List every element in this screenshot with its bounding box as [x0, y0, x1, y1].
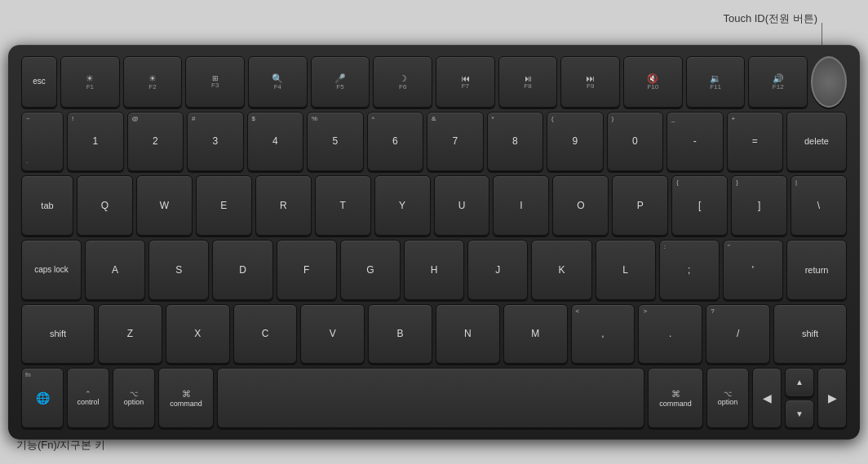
key-j[interactable]: J	[467, 240, 528, 300]
key-7[interactable]: &7	[427, 112, 484, 172]
key-w[interactable]: W	[136, 175, 193, 236]
key-command-right[interactable]: ⌘ command	[648, 368, 703, 428]
key-f[interactable]: F	[277, 240, 337, 300]
key-lbracket[interactable]: {[	[671, 175, 728, 236]
key-6[interactable]: ^6	[367, 112, 424, 172]
key-f10[interactable]: 🔇 F10	[623, 56, 683, 108]
qwerty-row: tab Q W E R T Y U I O P {[ }] |\	[21, 175, 847, 236]
key-1[interactable]: !1	[67, 112, 124, 172]
key-g[interactable]: G	[340, 240, 401, 300]
key-y[interactable]: Y	[374, 175, 431, 236]
key-4[interactable]: $4	[247, 112, 304, 172]
key-period[interactable]: >.	[638, 304, 702, 365]
key-backslash[interactable]: |\	[790, 175, 847, 236]
key-tab[interactable]: tab	[21, 175, 73, 236]
key-f6[interactable]: ☽ F6	[373, 56, 432, 108]
fn-callout-label: 기능(Fn)/지구본 키	[16, 438, 105, 453]
key-command-left[interactable]: ⌘ command	[158, 368, 214, 428]
key-t[interactable]: T	[315, 175, 371, 236]
function-row: esc ☀ F1 ☀ F2 ⊞ F3 🔍 F4 🎤 F5 ☽	[21, 56, 847, 108]
key-9[interactable]: (9	[547, 112, 604, 172]
key-capslock[interactable]: caps lock	[21, 240, 82, 300]
key-z[interactable]: Z	[98, 304, 162, 365]
key-f11[interactable]: 🔉 F11	[686, 56, 746, 108]
home-row: caps lock A S D F G H J K L :; "' return	[21, 240, 847, 300]
key-space[interactable]	[217, 368, 644, 428]
key-f9[interactable]: ⏭ F9	[560, 56, 620, 108]
key-l[interactable]: L	[596, 240, 656, 300]
key-d[interactable]: D	[212, 240, 272, 300]
key-p[interactable]: P	[612, 175, 668, 236]
key-f3[interactable]: ⊞ F3	[185, 56, 245, 108]
key-fn-globe[interactable]: 🌐 fn	[21, 368, 64, 428]
keyboard-rows: esc ☀ F1 ☀ F2 ⊞ F3 🔍 F4 🎤 F5 ☽	[21, 56, 847, 428]
key-b[interactable]: B	[368, 304, 432, 365]
key-delete[interactable]: delete	[786, 112, 847, 172]
touch-id-callout-label: Touch ID(전원 버튼)	[723, 11, 817, 26]
number-row: ~ ` !1 @2 #3 $4 %5 ^6 &7 *8 (9 )0 _- += …	[21, 112, 847, 172]
key-option-left[interactable]: ⌥ option	[113, 368, 155, 428]
key-m[interactable]: M	[503, 304, 568, 365]
key-quote[interactable]: "'	[723, 240, 783, 300]
key-arrow-down[interactable]: ▼	[785, 400, 814, 428]
key-5[interactable]: %5	[307, 112, 364, 172]
key-f12[interactable]: 🔊 F12	[748, 56, 808, 108]
key-arrow-right[interactable]: ▶	[817, 368, 847, 428]
key-comma[interactable]: <,	[571, 304, 636, 365]
key-f2[interactable]: ☀ F2	[123, 56, 183, 108]
key-option-right[interactable]: ⌥ option	[706, 368, 749, 428]
key-q[interactable]: Q	[77, 175, 133, 236]
key-f1[interactable]: ☀ F1	[60, 56, 120, 108]
keyboard-body: esc ☀ F1 ☀ F2 ⊞ F3 🔍 F4 🎤 F5 ☽	[8, 45, 860, 440]
key-f8[interactable]: ⏯ F8	[498, 56, 558, 108]
arrow-up-down-cluster: ▲ ▼	[785, 368, 814, 428]
key-0[interactable]: )0	[607, 112, 664, 172]
key-h[interactable]: H	[404, 240, 464, 300]
key-control[interactable]: ⌃ control	[67, 368, 109, 428]
key-touchid[interactable]	[811, 56, 847, 108]
key-semicolon[interactable]: :;	[659, 240, 720, 300]
bottom-row: 🌐 fn ⌃ control ⌥ option ⌘ command ⌘ comm…	[21, 368, 847, 428]
key-rbracket[interactable]: }]	[731, 175, 787, 236]
key-esc[interactable]: esc	[21, 56, 57, 108]
key-e[interactable]: E	[196, 175, 252, 236]
key-backtick[interactable]: ~ `	[21, 112, 64, 172]
key-f7[interactable]: ⏮ F7	[436, 56, 495, 108]
key-r[interactable]: R	[255, 175, 312, 236]
key-8[interactable]: *8	[487, 112, 544, 172]
key-u[interactable]: U	[434, 175, 490, 236]
key-s[interactable]: S	[148, 240, 209, 300]
key-minus[interactable]: _-	[666, 112, 724, 172]
key-2[interactable]: @2	[127, 112, 184, 172]
key-shift-right[interactable]: shift	[773, 304, 847, 365]
key-f5[interactable]: 🎤 F5	[311, 56, 370, 108]
key-o[interactable]: O	[552, 175, 609, 236]
key-equals[interactable]: +=	[727, 112, 784, 172]
key-k[interactable]: K	[531, 240, 591, 300]
key-shift-left[interactable]: shift	[21, 304, 95, 365]
shift-row: shift Z X C V B N M <, >. ?/ shift	[21, 304, 847, 365]
key-i[interactable]: I	[493, 175, 549, 236]
key-3[interactable]: #3	[187, 112, 244, 172]
key-arrow-up[interactable]: ▲	[785, 368, 814, 396]
key-v[interactable]: V	[300, 304, 365, 365]
key-n[interactable]: N	[436, 304, 500, 365]
key-f4[interactable]: 🔍 F4	[248, 56, 308, 108]
key-slash[interactable]: ?/	[706, 304, 770, 365]
key-arrow-left[interactable]: ◀	[752, 368, 782, 428]
key-x[interactable]: X	[166, 304, 230, 365]
key-a[interactable]: A	[85, 240, 145, 300]
key-return[interactable]: return	[786, 240, 847, 300]
key-c[interactable]: C	[233, 304, 298, 365]
